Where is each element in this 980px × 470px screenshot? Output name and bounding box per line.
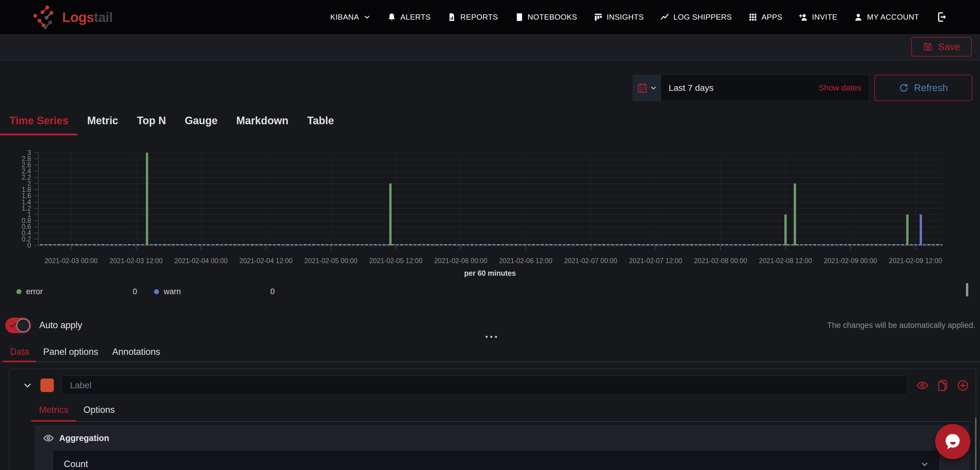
tab-top-n[interactable]: Top N — [128, 108, 175, 135]
auto-apply-note: The changes will be automatically applie… — [827, 321, 975, 330]
nav-item-reports[interactable]: REPORTS — [447, 13, 498, 22]
series-color-swatch[interactable] — [40, 379, 54, 392]
x-axis-label: 2021-02-06 12:00 — [499, 257, 552, 265]
toggle-series-visibility-button[interactable] — [916, 379, 929, 392]
chevron-down-icon — [363, 13, 371, 21]
x-axis-label: 2021-02-03 12:00 — [110, 257, 163, 265]
nav-item-alerts[interactable]: ALERTS — [387, 13, 431, 22]
refresh-button[interactable]: Refresh — [874, 75, 972, 101]
tab-table[interactable]: Table — [298, 108, 343, 135]
y-gridline — [39, 233, 942, 233]
series-panel: MetricsOptions Aggregation Count — [9, 369, 976, 470]
legend-value: 0 — [133, 287, 137, 296]
bell-icon — [387, 13, 396, 22]
y-gridline — [39, 183, 942, 184]
x-axis-label: 2021-02-03 00:00 — [45, 257, 98, 265]
tab-metrics[interactable]: Metrics — [31, 400, 76, 422]
y-axis-tick — [34, 220, 38, 221]
legend-item-warn[interactable]: warn0 — [154, 287, 275, 296]
y-axis-tick — [34, 233, 38, 233]
person-plus-icon — [799, 13, 808, 22]
editor-scrollbar[interactable] — [975, 417, 977, 470]
bar-warn — [920, 215, 922, 245]
legend-label: error — [26, 287, 43, 296]
panel-resize-handle[interactable] — [483, 334, 500, 339]
auto-apply-toggle[interactable] — [5, 318, 31, 333]
tab-time-series[interactable]: Time Series — [0, 108, 78, 135]
brand-name: Logstail — [62, 9, 113, 25]
calendar-dropdown-button[interactable] — [633, 75, 661, 101]
nav-item-my-account[interactable]: MY ACCOUNT — [854, 13, 919, 22]
show-dates-button[interactable]: Show dates — [819, 83, 861, 92]
nav-item-insights[interactable]: INSIGHTS — [594, 13, 644, 22]
x-axis-label: 2021-02-05 00:00 — [304, 257, 358, 265]
y-gridline — [39, 159, 942, 159]
x-gridline — [136, 153, 137, 245]
nav-item-apps[interactable]: APPS — [748, 13, 782, 22]
x-axis-tick — [200, 245, 201, 250]
x-axis-label: 2021-02-07 00:00 — [564, 257, 617, 265]
tab-options[interactable]: Options — [76, 400, 123, 422]
legend-value: 0 — [270, 287, 275, 296]
y-axis-tick — [34, 214, 38, 215]
nav-item-label: ALERTS — [400, 13, 431, 22]
calendar-icon — [637, 82, 648, 94]
nav-item-logout[interactable] — [935, 11, 947, 23]
nav-item-label: MY ACCOUNT — [867, 13, 919, 22]
nav-item-label: NOTEBOOKS — [528, 13, 577, 22]
tab-panel-options[interactable]: Panel options — [36, 343, 105, 362]
y-axis-tick — [34, 152, 38, 153]
tab-metric[interactable]: Metric — [78, 108, 127, 135]
aggregation-select[interactable]: Count — [53, 451, 939, 470]
bar-error — [389, 183, 391, 245]
series-label-input[interactable] — [62, 376, 907, 395]
nav-item-log-shippers[interactable]: LOG SHIPPERS — [660, 13, 732, 22]
x-gridline — [201, 153, 201, 245]
tab-data[interactable]: Data — [3, 343, 36, 362]
legend-dot — [16, 289, 21, 294]
grid-icon — [748, 13, 757, 22]
nav-item-label: REPORTS — [460, 13, 498, 22]
chart-plot-area: 32.82.62.42.221.81.61.41.210.80.60.40.20… — [38, 153, 942, 246]
series-actions — [916, 379, 969, 392]
x-axis-tick — [850, 245, 851, 250]
time-range-value: Last 7 days — [669, 83, 713, 93]
tab-annotations[interactable]: Annotations — [105, 343, 167, 362]
main-nav: KIBANAALERTSREPORTSNOTEBOOKSINSIGHTSLOG … — [330, 11, 947, 23]
notebook-icon — [514, 13, 523, 22]
add-series-button[interactable] — [956, 379, 969, 392]
x-axis-tick — [720, 245, 721, 250]
trend-icon — [660, 13, 669, 22]
clone-series-button[interactable] — [936, 379, 949, 392]
auto-apply-row: Auto apply The changes will be automatic… — [0, 317, 980, 334]
x-gridline — [71, 153, 72, 245]
collapse-series-button[interactable] — [22, 380, 33, 390]
nav-item-notebooks[interactable]: NOTEBOOKS — [514, 13, 577, 22]
bar-error — [794, 183, 796, 245]
time-series-chart: 32.82.62.42.221.81.61.41.210.80.60.40.20… — [0, 135, 980, 301]
nav-item-kibana[interactable]: KIBANA — [330, 13, 371, 22]
y-gridline — [39, 196, 942, 196]
legend-item-error[interactable]: error0 — [16, 287, 137, 296]
tab-gauge[interactable]: Gauge — [175, 108, 227, 135]
time-range-display[interactable]: Last 7 days Show dates — [661, 75, 869, 101]
y-gridline — [39, 165, 942, 165]
nav-item-label: APPS — [762, 13, 782, 22]
y-gridline — [39, 227, 942, 227]
app-root: Logstail KIBANAALERTSREPORTSNOTEBOOKSINS… — [0, 0, 980, 470]
nav-item-invite[interactable]: INVITE — [799, 13, 837, 22]
x-axis-label: 2021-02-07 12:00 — [629, 257, 682, 265]
x-axis-label: 2021-02-08 12:00 — [759, 257, 812, 265]
chat-button[interactable] — [935, 424, 970, 459]
logstail-logo[interactable]: Logstail — [31, 4, 113, 30]
x-axis-label: 2021-02-06 00:00 — [434, 257, 488, 265]
x-axis-tick — [266, 245, 266, 250]
save-button[interactable]: Save — [911, 37, 972, 57]
tab-markdown[interactable]: Markdown — [227, 108, 298, 135]
chart-scrollbar[interactable] — [966, 283, 968, 296]
y-axis-tick — [34, 196, 38, 196]
x-axis-label: 2021-02-05 12:00 — [369, 257, 423, 265]
y-gridline — [39, 153, 942, 153]
bar-error — [906, 215, 908, 245]
exit-icon — [935, 11, 947, 23]
